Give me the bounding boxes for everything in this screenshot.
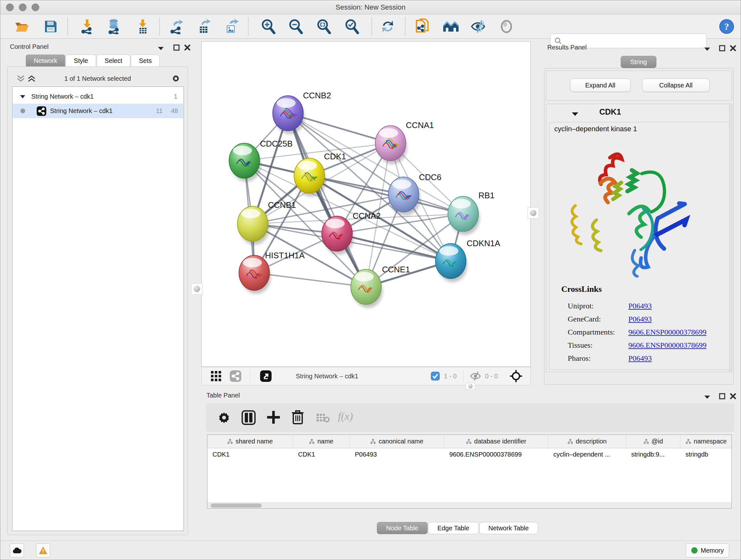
network-collection-row[interactable]: String Network – cdk1 1 (13, 89, 183, 104)
cdk1-section: CDK1 cyclin–dependent kinase 1 (546, 104, 732, 372)
column-header-shared-name[interactable]: shared name (207, 435, 293, 448)
grid-view-icon[interactable] (211, 371, 221, 381)
bottom-splitter-handle[interactable] (466, 383, 475, 390)
network-node-cdc25b[interactable]: CDC25B (229, 139, 293, 182)
memory-button[interactable]: Memory (686, 543, 729, 557)
tab-sets[interactable]: Sets (131, 55, 159, 67)
section-expander-icon[interactable] (571, 112, 579, 117)
table-cell[interactable]: cyclin–dependent ... (548, 448, 626, 461)
crosslink-link[interactable]: P06493 (628, 315, 652, 323)
export-table-button[interactable] (196, 18, 212, 35)
selected-checkbox-icon[interactable] (430, 371, 440, 381)
tab-style[interactable]: Style (66, 55, 96, 67)
float-panel-icon[interactable] (719, 393, 725, 399)
tab-edge-table[interactable]: Edge Table (428, 522, 479, 534)
network-node-cdkn1a[interactable]: CDKN1A (435, 239, 501, 282)
network-node-ccnb2[interactable]: CCNB2 (273, 91, 331, 134)
expand-all-button[interactable]: Expand All (570, 78, 630, 92)
table-settings-gear-icon[interactable] (217, 411, 231, 424)
export-image-button[interactable] (223, 18, 240, 35)
help-button[interactable]: ? (718, 18, 735, 35)
crosslink-link[interactable]: P06493 (628, 302, 652, 310)
collapse-all-button[interactable]: Collapse All (642, 78, 710, 92)
tab-select[interactable]: Select (97, 55, 131, 67)
crosslink-row: Compartments:9606.ENSP00000378699 (568, 328, 721, 336)
fit-content-crosshair-icon[interactable] (509, 369, 523, 383)
cloud-status-button[interactable] (10, 543, 24, 557)
import-table-file-button[interactable] (134, 18, 151, 35)
birds-eye-share-icon[interactable] (230, 370, 241, 382)
tab-network[interactable]: Network (26, 55, 65, 67)
open-in-window-icon[interactable] (260, 370, 272, 382)
table-cell[interactable]: 9606.ENSP00000378699 (444, 448, 548, 461)
hide-selected-button[interactable] (470, 18, 487, 35)
panel-menu-icon[interactable] (704, 47, 711, 51)
crosslink-link[interactable]: P06493 (628, 354, 652, 363)
network-node-rb1[interactable]: RB1 (448, 191, 494, 235)
show-all-button[interactable] (498, 18, 515, 35)
network-row[interactable]: String Network – cdk1 11 48 (13, 104, 183, 118)
table-horizontal-scrollbar[interactable] (207, 503, 731, 508)
network-node-hist1h1a[interactable]: HIST1H1A (239, 251, 305, 294)
network-edge[interactable] (254, 273, 366, 287)
save-session-button[interactable] (43, 18, 59, 35)
network-node-cdc6[interactable]: CDC6 (388, 173, 441, 215)
column-header-database-identifier[interactable]: database identifier (444, 435, 548, 448)
table-cell[interactable]: CDK1 (293, 448, 350, 461)
panel-menu-icon[interactable] (704, 395, 711, 399)
table-row[interactable]: CDK1CDK1P064939606.ENSP00000378699cyclin… (207, 448, 731, 461)
tab-node-table[interactable]: Node Table (377, 522, 428, 534)
column-header-canonical-name[interactable]: canonical name (350, 435, 444, 448)
results-scrollbar[interactable] (729, 104, 732, 372)
network-node-cdk1[interactable]: CDK1 (294, 152, 346, 197)
open-folder-icon (15, 20, 29, 33)
network-node-ccne1[interactable]: CCNE1 (351, 265, 410, 308)
scrollbar-thumb[interactable] (211, 503, 262, 508)
close-panel-icon[interactable] (730, 393, 736, 399)
refresh-view-button[interactable] (380, 18, 396, 35)
column-header--id[interactable]: @id (626, 435, 680, 448)
column-header-description[interactable]: description (548, 435, 626, 448)
left-splitter-handle[interactable] (191, 283, 203, 295)
network-node-ccna1[interactable]: CCNA1 (375, 121, 434, 164)
zoom-in-button[interactable] (260, 18, 277, 35)
export-network-button[interactable] (168, 18, 185, 35)
warnings-button[interactable] (36, 543, 50, 557)
zoom-out-button[interactable] (287, 18, 304, 35)
column-header-name[interactable]: name (293, 435, 350, 448)
import-network-database-button[interactable] (106, 18, 122, 35)
float-panel-icon[interactable] (719, 45, 725, 51)
network-edge[interactable] (288, 113, 366, 287)
first-neighbors-button[interactable] (443, 18, 459, 35)
close-panel-icon[interactable] (184, 44, 191, 51)
right-splitter-handle[interactable] (528, 207, 539, 219)
delete-column-trash-icon[interactable] (291, 410, 304, 425)
float-panel-icon[interactable] (173, 44, 180, 51)
tree-expander-icon[interactable] (20, 95, 25, 99)
network-options-gear-icon[interactable] (171, 74, 181, 83)
delete-table-icon[interactable] (316, 413, 330, 423)
zoom-fit-button[interactable] (316, 18, 332, 35)
crosslink-row: Tissues:9606.ENSP00000378699 (568, 341, 721, 350)
network-node-ccna2[interactable]: CCNA2 (322, 211, 381, 255)
column-header-namespace[interactable]: namespace (680, 435, 732, 448)
crosslink-link[interactable]: 9606.ENSP00000378699 (628, 341, 706, 350)
tab-network-table[interactable]: Network Table (479, 522, 538, 534)
table-cell[interactable]: P06493 (350, 448, 444, 461)
tab-string[interactable]: String (621, 56, 657, 68)
table-cell[interactable]: CDK1 (207, 448, 293, 461)
crosslink-link[interactable]: 9606.ENSP00000378699 (628, 328, 706, 336)
share-document-button[interactable] (414, 18, 430, 35)
show-columns-icon[interactable] (242, 410, 256, 425)
close-panel-icon[interactable] (730, 45, 736, 51)
create-column-plus-icon[interactable] (266, 410, 280, 425)
table-cell[interactable]: stringdb:9... (626, 448, 680, 461)
table-cell[interactable]: stringdb (680, 448, 732, 461)
network-node-ccnb1[interactable]: CCNB1 (238, 200, 296, 245)
open-session-button[interactable] (14, 18, 30, 35)
network-canvas[interactable]: CCNB2CCNA1CDC25BCDK1CDC6RB1CCNB1CCNA2CDK… (201, 41, 531, 367)
import-network-file-button[interactable] (79, 18, 95, 35)
zoom-selected-button[interactable] (344, 18, 360, 35)
panel-menu-icon[interactable] (157, 46, 164, 51)
node-table[interactable]: shared namenamecanonical namedatabase id… (207, 435, 732, 509)
